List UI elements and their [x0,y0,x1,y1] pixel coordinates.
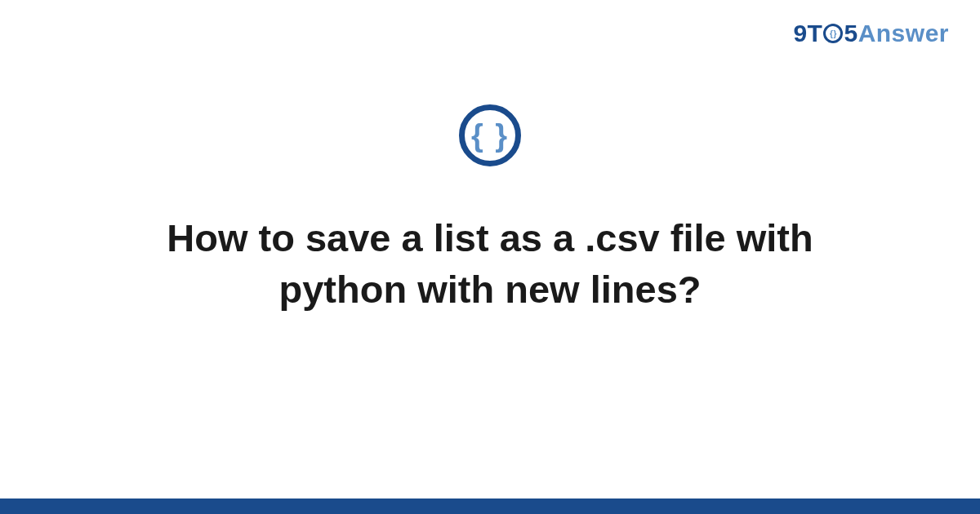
logo-text-answer: Answer [858,20,949,47]
question-title: How to save a list as a .csv file with p… [122,212,858,316]
main-content: { } How to save a list as a .csv file wi… [0,104,980,316]
code-braces-icon: { } [471,118,509,153]
logo-circle-o-icon [823,24,843,43]
logo-text-5: 5 [844,20,858,47]
footer-accent-bar [0,498,980,514]
site-logo: 9T5Answer [793,20,949,47]
category-icon-circle: { } [459,104,521,166]
logo-text-9t: 9T [793,20,822,47]
